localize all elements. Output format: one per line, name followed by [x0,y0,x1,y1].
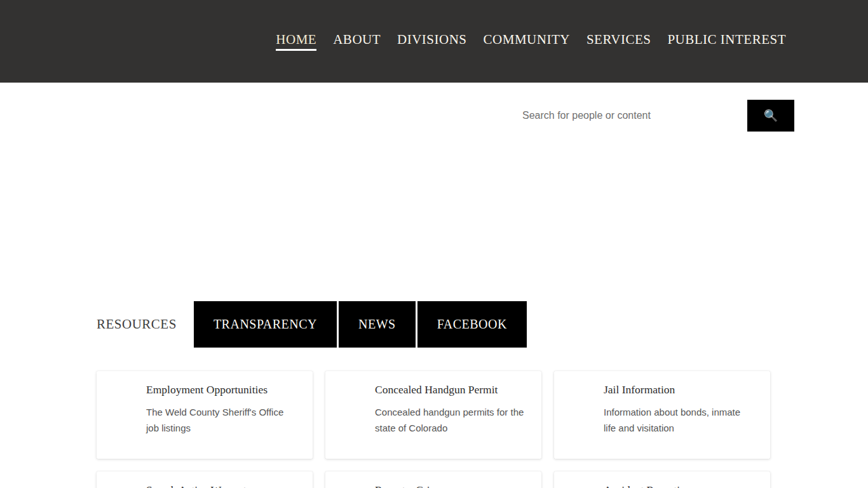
facebook-button[interactable]: FACEBOOK [417,301,527,348]
card-search-active-warrants[interactable]: Search Active Warrants [97,471,313,488]
card-description: The Weld County Sheriff's Office job lis… [146,404,297,436]
card-icon [112,385,135,408]
page: HOME ABOUT DIVISIONS COMMUNITY SERVICES … [0,0,868,488]
card-icon [112,485,135,488]
card-title: Employment Opportunities [146,383,300,396]
card-icon [341,485,363,488]
card-report-a-crime[interactable]: Report a Crime [325,471,541,488]
card-title: Concealed Handgun Permit [375,383,529,396]
card-icon [569,485,592,488]
nav-item-public-interest[interactable]: PUBLIC INTEREST [667,32,786,51]
card-title: Jail Information [604,383,757,396]
main-nav: HOME ABOUT DIVISIONS COMMUNITY SERVICES … [276,0,786,83]
news-button[interactable]: NEWS [339,301,416,348]
site-header: HOME ABOUT DIVISIONS COMMUNITY SERVICES … [0,0,868,83]
card-title: Accident Reporting [604,484,757,488]
nav-item-divisions[interactable]: DIVISIONS [397,32,467,51]
card-employment-opportunities[interactable]: Employment Opportunities The Weld County… [97,371,313,459]
nav-item-home[interactable]: HOME [276,32,316,51]
nav-item-services[interactable]: SERVICES [587,32,651,51]
card-icon [569,385,592,408]
card-title: Search Active Warrants [146,484,300,488]
card-accident-reporting[interactable]: Accident Reporting [554,471,770,488]
card-description: Concealed handgun permits for the state … [375,404,526,436]
resources-label: RESOURCES [97,301,177,348]
card-concealed-handgun-permit[interactable]: Concealed Handgun Permit Concealed handg… [325,371,541,459]
transparency-button[interactable]: TRANSPARENCY [194,301,337,348]
search-button[interactable]: 🔍 [747,100,794,132]
card-title: Report a Crime [375,484,529,488]
nav-item-community[interactable]: COMMUNITY [484,32,570,51]
resources-row: RESOURCES TRANSPARENCY NEWS FACEBOOK [97,301,529,348]
card-jail-information[interactable]: Jail Information Information about bonds… [554,371,770,459]
card-description: Information about bonds, inmate life and… [604,404,755,436]
search-icon: 🔍 [764,109,778,122]
card-icon [341,385,363,408]
nav-item-about[interactable]: ABOUT [333,32,381,51]
search-input[interactable] [522,102,738,130]
